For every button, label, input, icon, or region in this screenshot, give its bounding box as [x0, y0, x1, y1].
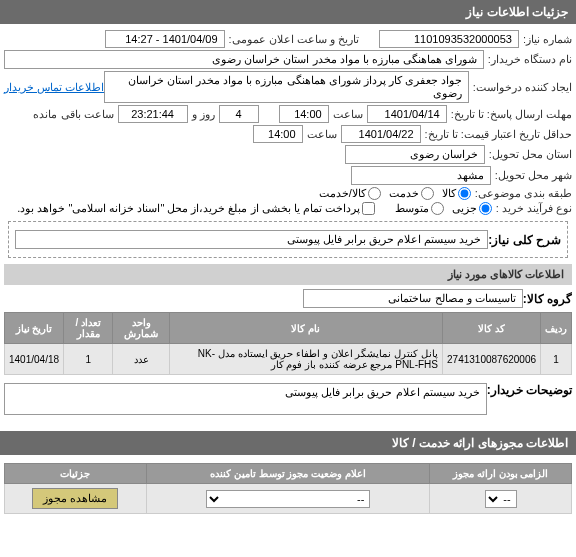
payment-checkbox[interactable]: پرداخت تمام یا بخشی از مبلغ خرید،از محل … [17, 202, 375, 215]
required-select[interactable]: -- [485, 490, 517, 508]
group-label: گروه کالا: [523, 292, 572, 306]
cell-unit: عدد [113, 344, 169, 375]
table-row: 1 2741310087620006 پانل کنترل نمایشگر اع… [5, 344, 572, 375]
category-label: طبقه بندی موضوعی: [475, 187, 572, 200]
radio-goods-service[interactable]: کالا/خدمت [319, 187, 381, 200]
province: خراسان رضوی [345, 145, 485, 164]
col-details: جزئیات [5, 464, 147, 484]
cell-need-date: 1401/04/18 [5, 344, 64, 375]
cell-qty: 1 [64, 344, 113, 375]
day-count: 4 [219, 105, 259, 123]
buyer-contact-link[interactable]: اطلاعات تماس خریدار [4, 81, 104, 94]
deadline-time-label: ساعت [333, 108, 363, 121]
radio-partial[interactable]: جزیی [452, 202, 492, 215]
cell-code: 2741310087620006 [443, 344, 541, 375]
need-desc: خرید سیستم اعلام حریق برابر فایل پیوستی [15, 230, 488, 249]
cell-row: 1 [541, 344, 572, 375]
col-status: اعلام وضعیت مجوز توسط تامین کننده [146, 464, 430, 484]
permit-row: -- -- مشاهده مجوز [5, 484, 572, 514]
col-name: نام کالا [169, 313, 442, 344]
deadline-label: مهلت ارسال پاسخ: تا تاریخ: [451, 108, 572, 121]
radio-service[interactable]: خدمت [389, 187, 434, 200]
remaining-time: 23:21:44 [118, 105, 188, 123]
col-unit: واحد شمارش [113, 313, 169, 344]
remaining-label: ساعت باقی مانده [33, 108, 113, 121]
announce-date: 1401/04/09 - 14:27 [105, 30, 225, 48]
buyer-label: نام دستگاه خریدار: [488, 53, 572, 66]
validity-time: 14:00 [253, 125, 303, 143]
city-label: شهر محل تحویل: [495, 169, 572, 182]
deadline-date: 1401/04/14 [367, 105, 447, 123]
col-need-date: تاریخ نیاز [5, 313, 64, 344]
permit-table: الزامی بودن ارائه مجوز اعلام وضعیت مجوز … [4, 463, 572, 514]
col-qty: تعداد / مقدار [64, 313, 113, 344]
day-label: روز و [192, 108, 215, 121]
need-number-label: شماره نیاز: [523, 33, 572, 46]
goods-table: ردیف کد کالا نام کالا واحد شمارش تعداد /… [4, 312, 572, 375]
validity-date: 1401/04/22 [341, 125, 421, 143]
buyer-name: شورای هماهنگی مبارزه با مواد مخدر استان … [4, 50, 484, 69]
cell-name: پانل کنترل نمایشگر اعلان و اطفاء حریق ای… [169, 344, 442, 375]
view-permit-button[interactable]: مشاهده مجوز [32, 488, 118, 509]
province-label: استان محل تحویل: [489, 148, 572, 161]
buyer-notes: خرید سیستم اعلام حریق برابر فایل پیوستی [4, 383, 487, 415]
col-required: الزامی بودن ارائه مجوز [430, 464, 572, 484]
goods-group: تاسیسات و مصالح ساختمانی [303, 289, 523, 308]
deadline-time: 14:00 [279, 105, 329, 123]
service-section-title: اطلاعات مجوزهای ارائه خدمت / کالا [0, 431, 576, 455]
status-select[interactable]: -- [206, 490, 371, 508]
col-row: ردیف [541, 313, 572, 344]
radio-medium[interactable]: متوسط [395, 202, 444, 215]
announce-date-label: تاریخ و ساعت اعلان عمومی: [229, 33, 359, 46]
validity-label: حداقل تاریخ اعتبار قیمت: تا تاریخ: [425, 128, 572, 141]
creator-name: جواد جعفری کار پرداز شورای هماهنگی مبارز… [104, 71, 469, 103]
radio-goods[interactable]: کالا [442, 187, 471, 200]
col-code: کد کالا [443, 313, 541, 344]
need-number: 1101093532000053 [379, 30, 519, 48]
page-title: جزئیات اطلاعات نیاز [0, 0, 576, 24]
process-label: نوع فرآیند خرید : [496, 202, 572, 215]
buyer-notes-label: توضیحات خریدار: [487, 383, 572, 397]
city: مشهد [351, 166, 491, 185]
validity-time-label: ساعت [307, 128, 337, 141]
creator-label: ایجاد کننده درخواست: [473, 81, 572, 94]
goods-section-title: اطلاعات کالاهای مورد نیاز [4, 264, 572, 285]
need-desc-label: شرح کلی نیاز: [488, 233, 561, 247]
